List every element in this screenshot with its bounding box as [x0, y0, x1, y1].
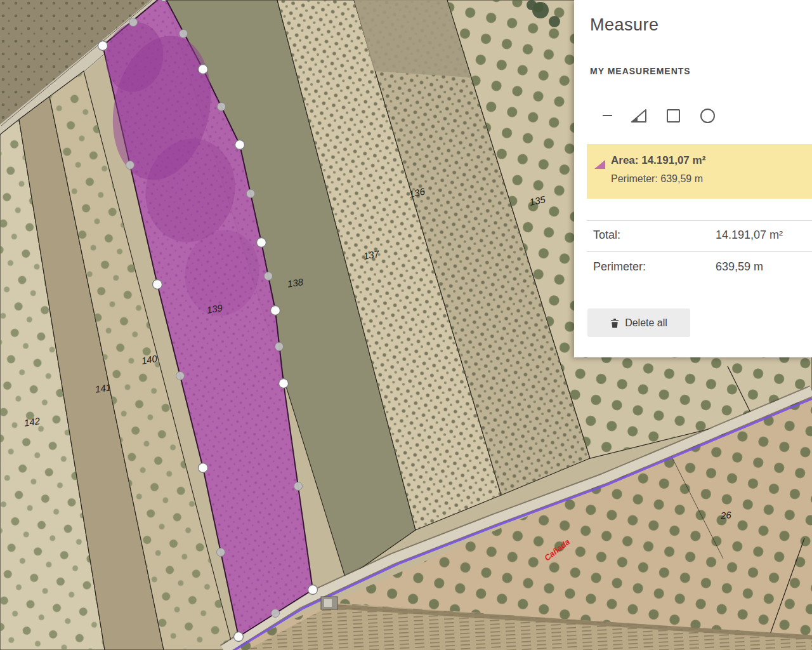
- vertex-handle[interactable]: [279, 379, 289, 388]
- rectangle-tool-button[interactable]: [664, 107, 682, 124]
- building: [321, 597, 337, 609]
- parcel-label-141: 141: [95, 381, 112, 394]
- trash-icon: [610, 318, 619, 328]
- midpoint-handle[interactable]: [176, 372, 185, 380]
- measure-panel: Measure MY MEASUREMENTS Area: 14.191,07 …: [574, 0, 812, 357]
- vertex-handle[interactable]: [271, 306, 280, 315]
- midpoint-handle[interactable]: [217, 548, 225, 557]
- vertex-handle[interactable]: [153, 280, 162, 289]
- parcel-label-26: 26: [719, 509, 732, 521]
- area-tool-button[interactable]: [630, 107, 648, 124]
- delete-all-button[interactable]: Delete all: [587, 308, 690, 337]
- measurement-list-item[interactable]: Area: 14.191,07 m² Perimeter: 639,59 m: [587, 144, 812, 199]
- total-label: Total:: [593, 229, 620, 242]
- midpoint-handle[interactable]: [265, 272, 273, 281]
- delete-all-label: Delete all: [625, 317, 667, 329]
- measurement-area-text: Area: 14.191,07 m²: [611, 154, 705, 167]
- parcel-label-138: 138: [287, 276, 304, 289]
- parcel-label-142: 142: [23, 415, 41, 428]
- circle-tool-icon: [700, 109, 715, 123]
- midpoint-handle[interactable]: [294, 482, 303, 491]
- divider: [587, 251, 812, 252]
- vertex-handle[interactable]: [257, 238, 266, 248]
- midpoint-handle[interactable]: [180, 30, 188, 38]
- total-value: 14.191,07 m²: [716, 229, 783, 242]
- midpoint-handle[interactable]: [129, 18, 138, 27]
- section-title: MY MEASUREMENTS: [590, 66, 691, 76]
- measurement-perimeter-text: Perimeter: 639,59 m: [611, 173, 703, 185]
- line-tool-button[interactable]: [598, 107, 616, 124]
- vertex-handle[interactable]: [235, 140, 245, 150]
- line-tool-icon: [603, 115, 612, 116]
- divider: [587, 220, 812, 221]
- measure-app: 135 136 137 138 139 140 141 142 26 Cañad…: [0, 0, 812, 650]
- midpoint-handle[interactable]: [218, 103, 226, 111]
- midpoint-handle[interactable]: [126, 161, 134, 169]
- panel-title: Measure: [590, 15, 659, 35]
- midpoint-handle[interactable]: [275, 343, 284, 351]
- vertex-handle[interactable]: [308, 585, 318, 595]
- vertex-handle[interactable]: [199, 65, 208, 74]
- vertex-handle[interactable]: [98, 41, 108, 51]
- area-marker-icon: [594, 159, 606, 169]
- perimeter-value: 639,59 m: [716, 260, 763, 274]
- rectangle-tool-icon: [667, 109, 680, 123]
- perimeter-label: Perimeter:: [593, 260, 646, 274]
- circle-tool-button[interactable]: [698, 107, 716, 124]
- vertex-handle[interactable]: [234, 632, 244, 642]
- vertex-handle[interactable]: [199, 463, 208, 473]
- midpoint-handle[interactable]: [272, 609, 280, 618]
- midpoint-handle[interactable]: [247, 190, 255, 198]
- area-tool-icon: [631, 109, 647, 123]
